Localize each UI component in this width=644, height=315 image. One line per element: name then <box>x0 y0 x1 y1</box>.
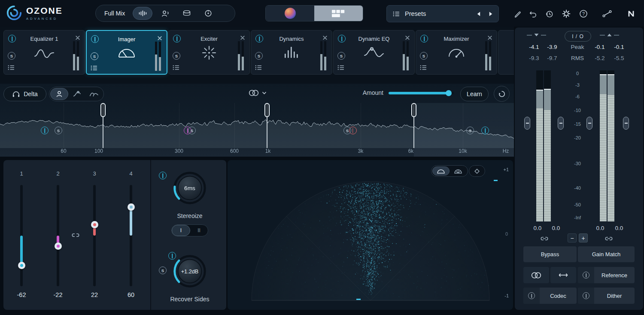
output-gain-link-button[interactable] <box>602 234 615 243</box>
edit-button[interactable] <box>512 8 523 19</box>
signal-chain-button[interactable] <box>600 8 614 19</box>
stereoize-mode-1-button[interactable]: I <box>172 225 190 236</box>
delta-button[interactable]: Delta <box>3 87 46 101</box>
reference-button[interactable]: Reference <box>578 267 635 283</box>
detailed-view-button[interactable] <box>314 6 363 21</box>
amount-slider[interactable] <box>389 91 454 96</box>
module-card-exciter[interactable]: Exciter S <box>168 30 250 75</box>
recover-sides-solo-button[interactable]: S <box>159 267 167 274</box>
module-card-maximizer[interactable]: Maximizer S <box>416 30 497 75</box>
gain-decrement-button[interactable]: − <box>568 233 577 242</box>
gain-match-button[interactable]: Gain Match <box>578 246 635 262</box>
module-solo-button[interactable]: S <box>8 52 15 60</box>
input-gain-handle-left[interactable] <box>524 117 530 130</box>
module-close-icon[interactable] <box>157 36 162 41</box>
band1-solo-button[interactable]: S <box>55 127 62 134</box>
band4-width-handle[interactable] <box>128 203 135 211</box>
input-gain-link-button[interactable] <box>538 234 551 243</box>
crossover-handle-2[interactable] <box>264 103 270 117</box>
module-power-icon[interactable] <box>255 35 263 42</box>
dither-button[interactable]: Dither <box>578 288 635 304</box>
module-presets-icon[interactable] <box>173 65 179 70</box>
mix-meter-button[interactable] <box>133 7 152 20</box>
crossover-handle-1[interactable] <box>100 103 106 117</box>
band3-width-handle[interactable] <box>91 221 98 228</box>
module-power-icon[interactable] <box>338 35 346 42</box>
waves-icon <box>89 91 99 97</box>
scope-mode-polar-level-button[interactable] <box>450 167 467 176</box>
gain-increment-button[interactable]: + <box>579 233 588 242</box>
stereo-mode-button[interactable] <box>523 267 549 283</box>
preset-next-button[interactable] <box>489 11 493 17</box>
module-card-dynamics[interactable]: Dynamics S <box>251 30 332 75</box>
module-power-icon[interactable] <box>8 35 16 42</box>
stereoize-power-button[interactable] <box>159 172 167 179</box>
preset-prev-button[interactable] <box>476 11 481 17</box>
listen-mode-person-button[interactable] <box>50 88 68 100</box>
presets-selector[interactable]: Presets <box>386 5 499 22</box>
reference-power-icon[interactable] <box>578 267 594 283</box>
vocal-mode-button[interactable] <box>157 7 174 20</box>
module-presets-icon[interactable] <box>420 65 427 70</box>
stereoize-amount-knob[interactable]: 6ms <box>171 169 209 207</box>
output-gain-handle-left[interactable] <box>586 117 592 130</box>
listen-mode-curve-button[interactable] <box>68 88 85 100</box>
band2-width-handle[interactable] <box>55 242 62 250</box>
meter-collapse-button[interactable] <box>527 33 546 36</box>
band3-solo-button[interactable]: S <box>343 127 351 134</box>
scope-mode-polar-sample-button[interactable] <box>432 167 450 176</box>
listen-circle-button[interactable] <box>494 86 510 102</box>
codec-power-icon[interactable] <box>523 288 540 304</box>
recover-sides-knob[interactable]: +1.2dB <box>171 252 209 290</box>
band4-solo-button[interactable]: S <box>466 127 474 134</box>
input-gain-handle-right[interactable] <box>558 117 564 130</box>
settings-button[interactable] <box>561 8 572 19</box>
focus-mode-button[interactable] <box>200 7 217 20</box>
module-card-empty[interactable] <box>498 30 514 75</box>
module-solo-button[interactable]: S <box>337 52 345 60</box>
module-close-icon[interactable] <box>75 35 80 40</box>
help-button[interactable]: ? <box>578 8 589 19</box>
undo-button[interactable] <box>527 8 538 19</box>
module-presets-icon[interactable] <box>337 65 344 70</box>
channel-select[interactable] <box>248 89 267 97</box>
module-solo-button[interactable]: S <box>420 52 428 60</box>
module-close-icon[interactable] <box>240 35 245 40</box>
scope-mode-lissajous-button[interactable] <box>469 165 485 177</box>
module-solo-button[interactable]: S <box>173 52 180 60</box>
output-gain-handle-right[interactable] <box>623 117 629 130</box>
module-close-icon[interactable] <box>322 35 328 40</box>
bypass-button[interactable]: Bypass <box>523 246 577 262</box>
channel-swap-button[interactable] <box>550 267 576 283</box>
band1-power-button[interactable] <box>41 127 49 134</box>
meter-expand-button[interactable] <box>600 33 619 36</box>
module-presets-icon[interactable] <box>91 65 97 71</box>
module-card-imager[interactable]: Imager S <box>86 30 167 75</box>
stereoize-mode-2-button[interactable]: II <box>190 225 208 236</box>
module-close-icon[interactable] <box>487 35 492 40</box>
drums-mode-button[interactable] <box>178 7 195 20</box>
module-presets-icon[interactable] <box>8 65 15 70</box>
module-power-icon[interactable] <box>173 35 181 42</box>
link-bands-button[interactable] <box>70 230 82 240</box>
amount-slider-knob[interactable] <box>446 90 452 96</box>
codec-button[interactable]: Codec <box>523 288 577 304</box>
history-button[interactable] <box>544 8 555 19</box>
module-solo-button[interactable]: S <box>255 52 263 60</box>
module-power-icon[interactable] <box>91 35 99 43</box>
module-card-equalizer[interactable]: Equalizer 1 S <box>3 30 85 75</box>
band2-solo-button[interactable]: S <box>188 127 196 134</box>
module-meter <box>403 41 409 70</box>
band1-width-handle[interactable] <box>18 262 25 269</box>
module-presets-icon[interactable] <box>255 65 262 70</box>
assistant-view-button[interactable] <box>266 6 314 21</box>
module-close-icon[interactable] <box>405 35 410 40</box>
module-solo-button[interactable]: S <box>91 52 98 60</box>
listen-mode-waves-button[interactable] <box>85 88 103 100</box>
dither-power-icon[interactable] <box>578 288 594 304</box>
io-toggle-button[interactable]: I / O <box>565 31 591 42</box>
learn-button[interactable]: Learn <box>460 87 489 101</box>
crossover-handle-3[interactable] <box>411 103 416 117</box>
module-power-icon[interactable] <box>420 35 428 42</box>
module-card-dynamic-eq[interactable]: Dynamic EQ S <box>333 30 415 75</box>
